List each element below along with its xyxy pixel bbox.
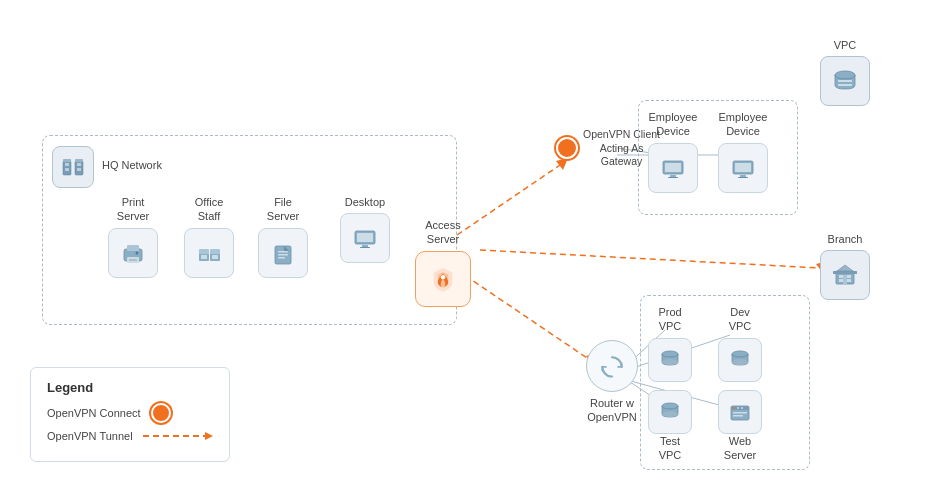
- svg-rect-28: [210, 249, 220, 254]
- router-openvpn-label: Router wOpenVPN: [587, 396, 637, 425]
- legend-tunnel-item: OpenVPN Tunnel: [47, 429, 213, 443]
- file-server-label: FileServer: [267, 195, 299, 224]
- office-staff-node: OfficeStaff: [184, 195, 234, 278]
- svg-rect-50: [838, 84, 852, 86]
- svg-point-59: [662, 359, 678, 365]
- router-openvpn-node: Router wOpenVPN: [586, 340, 638, 429]
- test-vpc-label: TestVPC: [659, 434, 682, 463]
- legend-connect-icon: [151, 403, 171, 423]
- svg-rect-33: [278, 254, 288, 256]
- prod-vpc-node: ProdVPC: [648, 305, 692, 382]
- svg-rect-49: [838, 80, 852, 82]
- svg-point-39: [441, 275, 445, 279]
- svg-rect-55: [839, 279, 843, 282]
- legend-tunnel-label: OpenVPN Tunnel: [47, 430, 133, 442]
- svg-point-68: [733, 407, 735, 409]
- svg-rect-57: [843, 275, 847, 284]
- office-staff-label: OfficeStaff: [195, 195, 224, 224]
- legend-connect-label: OpenVPN Connect: [47, 407, 141, 419]
- prod-vpc-label: ProdVPC: [658, 305, 681, 334]
- svg-rect-18: [65, 168, 69, 171]
- vpc-label: VPC: [834, 38, 857, 52]
- web-server-label: WebServer: [724, 434, 756, 463]
- legend-title: Legend: [47, 380, 213, 395]
- svg-rect-38: [360, 247, 370, 248]
- hq-network-node: HQ Network: [42, 140, 172, 194]
- svg-rect-23: [129, 259, 137, 261]
- svg-rect-19: [77, 168, 81, 171]
- svg-rect-34: [278, 257, 285, 259]
- print-server-label: PrintServer: [117, 195, 149, 224]
- legend-connect-item: OpenVPN Connect: [47, 403, 213, 423]
- desktop-label: Desktop: [345, 195, 385, 209]
- svg-point-70: [741, 407, 743, 409]
- svg-point-69: [737, 407, 739, 409]
- svg-line-1: [457, 270, 590, 360]
- file-server-node: FileServer: [258, 195, 308, 278]
- svg-point-24: [136, 251, 139, 254]
- svg-rect-37: [362, 245, 368, 247]
- web-server-node: WebServer: [718, 390, 762, 467]
- print-server-node: PrintServer: [108, 195, 158, 278]
- svg-rect-16: [65, 163, 69, 166]
- svg-rect-13: [63, 159, 71, 162]
- svg-rect-32: [278, 251, 288, 253]
- svg-rect-26: [199, 249, 209, 254]
- svg-rect-66: [733, 412, 747, 414]
- desktop-node: Desktop: [340, 195, 390, 263]
- dev-vpc-label: DevVPC: [729, 305, 752, 334]
- svg-rect-52: [833, 271, 857, 274]
- vpc-node: VPC: [820, 38, 870, 106]
- svg-rect-53: [839, 275, 843, 278]
- employee-devices-box: [638, 100, 798, 215]
- svg-rect-21: [127, 245, 139, 251]
- svg-point-61: [732, 359, 748, 365]
- svg-rect-67: [733, 415, 743, 417]
- test-vpc-node: TestVPC: [648, 390, 692, 467]
- svg-point-63: [662, 411, 678, 417]
- svg-rect-54: [847, 275, 851, 278]
- diagram-container: HQ Network PrintServer OfficeStaff: [0, 0, 926, 502]
- svg-rect-36: [357, 233, 373, 242]
- branch-node: Branch: [820, 232, 870, 300]
- branch-label: Branch: [828, 232, 863, 246]
- legend-box: Legend OpenVPN Connect OpenVPN Tunnel: [30, 367, 230, 462]
- access-server-label: AccessServer: [425, 218, 460, 247]
- svg-marker-72: [205, 432, 213, 440]
- svg-rect-56: [847, 279, 851, 282]
- access-server-node: AccessServer: [415, 218, 471, 307]
- svg-rect-15: [75, 159, 83, 162]
- svg-line-2: [480, 250, 820, 268]
- svg-rect-17: [77, 163, 81, 166]
- dev-vpc-node: DevVPC: [718, 305, 762, 382]
- hq-network-label: HQ Network: [102, 158, 162, 172]
- legend-tunnel-icon: [143, 429, 213, 443]
- svg-rect-30: [212, 255, 218, 259]
- svg-rect-29: [201, 255, 207, 259]
- svg-line-0: [457, 165, 560, 235]
